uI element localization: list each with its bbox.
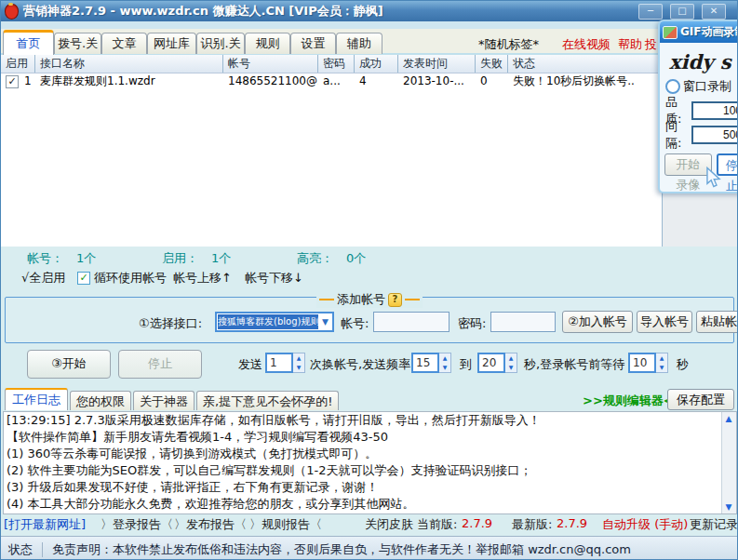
save-config-button[interactable]: 保存配置 — [667, 389, 734, 410]
row-enabled-checkbox[interactable]: ✓ — [6, 75, 19, 88]
log-line: 【软件操作简单】新手朋友请先看视频1-4，学习规则编写看视频43-50 — [4, 429, 736, 446]
spin-down-icon[interactable]: ▼ — [505, 363, 517, 372]
tab-assist[interactable]: 辅助 — [336, 33, 382, 54]
tab-article[interactable]: 文章 — [101, 33, 147, 54]
maximize-icon[interactable]: □ — [670, 4, 694, 20]
col-post-time[interactable]: 发表时间 — [398, 55, 476, 73]
spin-down-icon[interactable]: ▼ — [293, 363, 304, 372]
switch-freq-label: 次换帐号,发送频率 — [310, 356, 410, 373]
enable-all-button[interactable]: √全启用 — [21, 270, 65, 287]
spin-down-icon[interactable]: ▼ — [656, 363, 667, 372]
window-record-radio[interactable] — [665, 79, 680, 94]
log-scrollbar[interactable]: ▲ ▼ — [721, 412, 736, 513]
app-icon — [5, 4, 19, 20]
col-success[interactable]: 成功 — [355, 55, 398, 73]
checked-icon: ✓ — [77, 272, 90, 285]
select-interface-label: ①选择接口: — [139, 315, 202, 332]
log-line: [13:29:15] 2.7.3版采用极速数据库存储，如有旧版帐号，请打开旧版，… — [4, 412, 736, 429]
freq-to-value[interactable]: 20 — [477, 353, 505, 373]
summary-band: 帐号： 1个 启用： 1个 高亮： 0个 — [1, 250, 738, 267]
help-link[interactable]: 帮助 — [618, 36, 642, 53]
update-log-link[interactable]: 更新记录 — [690, 516, 738, 533]
latest-version-value: 2.7.9 — [557, 516, 587, 530]
freq-from-value[interactable]: 15 — [411, 353, 439, 373]
help-icon[interactable]: ? — [388, 293, 402, 307]
bottom-link-row: [打开最新网址] 〉登录报告〈 〉发布报告〈 〉规则报告〈 关闭皮肤 当前版: … — [1, 516, 738, 535]
log-line: (3) 升级后如果发现不好使，请批评指正，右下角有更新记录，谢谢！ — [4, 479, 736, 496]
login-report-link[interactable]: 〉登录报告〈 — [101, 516, 173, 533]
minimize-icon[interactable]: ─ — [638, 4, 663, 20]
send-count-stepper[interactable]: 1 ▲▼ — [265, 353, 305, 373]
close-icon[interactable]: ✕ — [702, 4, 726, 20]
password-input[interactable] — [490, 312, 556, 332]
tab-permissions[interactable]: 您的权限 — [70, 391, 131, 410]
col-interface-name[interactable]: 接口名称 — [35, 55, 223, 73]
cycle-accounts-label[interactable]: 循环使用帐号 — [94, 270, 167, 287]
spin-up-icon[interactable]: ▲ — [439, 353, 450, 363]
tab-about[interactable]: 关于神器 — [133, 391, 195, 410]
window-controls: ─ □ ✕ — [638, 4, 726, 20]
current-version-label: 当前版: — [417, 516, 457, 533]
random-tag-label[interactable]: *随机标签* — [478, 36, 539, 53]
cycle-accounts-checkbox[interactable]: ✓ — [77, 270, 90, 285]
tab-home[interactable]: 首页 — [3, 30, 54, 57]
stop-button: 停止 — [118, 350, 202, 379]
close-skin-link[interactable]: 关闭皮肤 — [365, 516, 413, 533]
wait-stepper[interactable]: 10 ▲▼ — [628, 353, 668, 373]
spin-up-icon[interactable]: ▲ — [505, 353, 517, 363]
auto-upgrade-link[interactable]: 自动升级 (手动) — [602, 516, 688, 533]
col-enabled[interactable]: 启用 — [1, 55, 35, 73]
titlebar-substrip — [1, 21, 738, 29]
log-line: (4) 本工具大部分功能永久免费，欢迎推荐给您的朋友，或分享到其他网站。 — [4, 496, 736, 513]
online-video-link[interactable]: 在线视频 — [562, 36, 611, 53]
wait-value[interactable]: 10 — [628, 353, 656, 373]
interval-input[interactable] — [691, 126, 738, 144]
groupbox-title: 添加帐号 ? — [6, 289, 733, 308]
tab-rules[interactable]: 规则 — [245, 33, 290, 54]
list-controls: √全启用 ✓ 循环使用帐号 帐号上移↑ 帐号下移↓ — [1, 270, 738, 287]
open-latest-url-link[interactable]: [打开最新网址] — [4, 516, 86, 533]
tab-work-log[interactable]: 工作日志 — [5, 388, 68, 410]
spin-up-icon[interactable]: ▲ — [293, 353, 304, 363]
rule-report-link[interactable]: 〉规则报告〈 — [249, 516, 322, 533]
tab-dial[interactable]: 拨号.关 — [54, 33, 101, 54]
send-count-value[interactable]: 1 — [265, 353, 293, 373]
gif-title-bar[interactable]: GIF动画录制 — [660, 21, 738, 43]
account-table: 启用 接口名称 帐号 密码 成功 发表时间 失败 状态 ✓ 1 麦库群发规则1.… — [1, 55, 663, 247]
row-post-time: 2013-10-... — [398, 73, 476, 89]
col-account[interactable]: 帐号 — [223, 55, 318, 73]
add-account-button[interactable]: ②加入帐号 — [562, 311, 633, 333]
tab-recognize[interactable]: 识别.关 — [196, 33, 245, 54]
quality-input[interactable] — [691, 101, 738, 120]
spin-up-icon[interactable]: ▲ — [656, 353, 667, 363]
log-area[interactable]: [13:29:15] 2.7.3版采用极速数据库存储，如有旧版帐号，请打开旧版，… — [3, 411, 737, 514]
table-row[interactable]: ✓ 1 麦库群发规则1.1.wzdr 14865521100@... a... … — [1, 73, 662, 89]
account-input[interactable] — [373, 312, 450, 332]
account-count-label: 帐号： — [27, 250, 63, 267]
freq-to-stepper[interactable]: 20 ▲▼ — [477, 353, 517, 373]
scroll-down-icon[interactable]: ▼ — [722, 500, 735, 513]
row-interface-name: 麦库群发规则1.1.wzdr — [35, 73, 223, 89]
highlight-count-label: 高亮： — [297, 250, 333, 267]
import-accounts-button[interactable]: 导入帐号 — [637, 311, 692, 333]
submit-link[interactable]: 投 — [645, 36, 657, 53]
col-password[interactable]: 密码 — [318, 55, 355, 73]
scroll-up-icon[interactable]: ▲ — [722, 412, 735, 425]
publish-report-link[interactable]: 〉发布报告〈 — [174, 516, 247, 533]
move-up-button[interactable]: 帐号上移↑ — [173, 270, 232, 287]
window-record-label: 窗口录制 — [683, 78, 731, 95]
col-status[interactable]: 状态 — [508, 55, 662, 73]
move-down-button[interactable]: 帐号下移↓ — [245, 270, 303, 287]
log-line: (1) 360等云杀毒可能误报，请切换到游戏模式（免打扰模式即可）。 — [4, 446, 736, 462]
paste-accounts-button[interactable]: 粘贴帐号 — [696, 311, 738, 333]
log-line: (2) 软件主要功能为SEO群发，可以自己编写群发规则（1-2天就可以学会）支持… — [4, 462, 736, 479]
tab-feedback[interactable]: 亲,提下意见不会怀孕的! — [196, 391, 339, 410]
col-fail[interactable]: 失败 — [476, 55, 508, 73]
start-button[interactable]: ③开始 — [27, 350, 111, 379]
tab-urls[interactable]: 网址库 — [147, 33, 196, 54]
freq-from-stepper[interactable]: 15 ▲▼ — [411, 353, 451, 373]
interface-select[interactable]: 搜狐博客群发(blog)规则1.0.wzdr ▼ — [215, 312, 334, 332]
spin-down-icon[interactable]: ▼ — [439, 363, 450, 372]
seconds-label: 秒 — [677, 356, 689, 373]
tab-settings[interactable]: 设置 — [290, 33, 336, 54]
